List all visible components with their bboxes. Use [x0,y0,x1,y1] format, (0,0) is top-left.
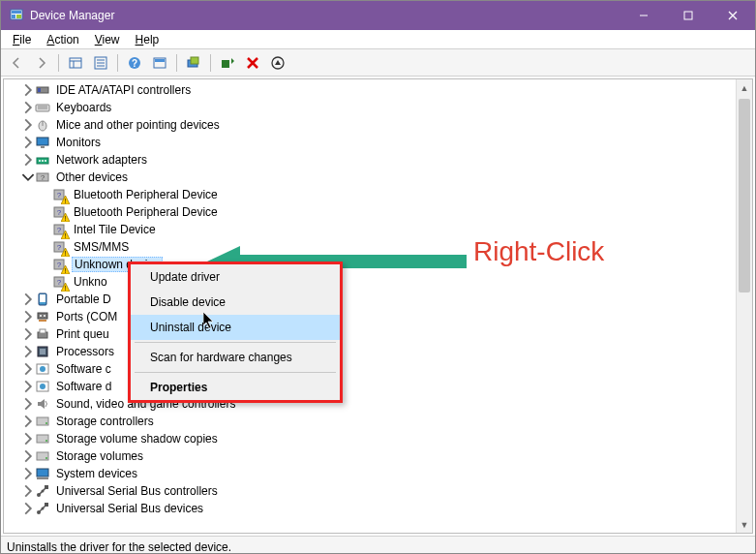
toolbar-sep [176,54,177,72]
scroll-up-icon[interactable]: ▲ [737,79,752,96]
chevron-right-icon[interactable] [21,153,35,167]
unknown-warn-icon: ?! [52,257,68,272]
help-icon[interactable]: ? [123,52,146,74]
tree-node[interactable]: Software d [4,378,736,395]
svg-rect-3 [16,15,21,18]
show-hidden-icon[interactable] [64,52,87,74]
menu-action[interactable]: Action [39,31,86,48]
chevron-right-icon[interactable] [21,136,35,149]
svg-rect-35 [41,146,45,148]
tree-node[interactable]: System devices [4,465,736,482]
ide-icon [35,82,50,98]
chevron-down-icon[interactable] [21,170,35,184]
chevron-right-icon[interactable] [21,101,35,114]
context-menu-item[interactable]: Disable device [131,290,340,315]
tree-node[interactable]: IDE ATA/ATAPI controllers [4,81,736,99]
printer-icon [35,326,50,342]
update-driver-icon[interactable] [216,52,239,74]
tree-node[interactable]: Mice and other pointing devices [4,116,736,134]
tree-node[interactable]: Storage volumes [4,447,736,465]
chevron-right-icon[interactable] [21,83,35,97]
ports-icon [35,309,50,324]
back-icon[interactable] [5,52,28,74]
chevron-right-icon[interactable] [21,432,35,446]
system-icon [35,466,50,481]
tree-node[interactable]: Software c [4,360,736,378]
svg-rect-5 [684,12,692,19]
tree-node[interactable]: Print queu [4,325,736,343]
svg-point-39 [45,160,46,162]
window-title: Device Manager [30,9,621,22]
scan-hardware-icon[interactable] [182,52,205,74]
svg-point-38 [42,160,44,162]
maximize-button[interactable] [666,1,711,30]
tree-node-label: Storage controllers [54,415,156,428]
tree-node-label: Storage volumes [54,449,145,463]
forward-icon[interactable] [30,52,53,74]
properties-icon[interactable] [89,52,112,74]
chevron-right-icon[interactable] [21,467,35,480]
vertical-scrollbar[interactable]: ▲ ▼ [736,79,752,533]
svg-rect-28 [38,88,41,92]
action-icon[interactable] [148,52,171,74]
toolbar: ? [1,49,755,77]
close-button[interactable] [711,1,755,30]
tree-node[interactable]: ?!Bluetooth Peripheral Device [4,186,736,203]
tree-node-label: Universal Serial Bus devices [54,502,205,515]
svg-point-79 [40,384,45,389]
tree-node[interactable]: ?Other devices [4,169,736,186]
tree-node[interactable]: Universal Serial Bus controllers [4,482,736,500]
tree-node-label: Software d [54,380,113,393]
tree-node[interactable]: Monitors [4,134,736,151]
svg-text:?: ? [132,58,137,69]
chevron-right-icon[interactable] [21,380,35,393]
context-menu-item[interactable]: Properties [131,375,340,400]
tree-node[interactable]: ?!SMS/MMS [4,238,736,256]
tree-node[interactable]: Portable D [4,291,736,308]
tree-node-label: Other devices [54,170,130,184]
tree-node[interactable]: ?!Bluetooth Peripheral Device [4,203,736,221]
network-icon [35,152,50,168]
chevron-right-icon[interactable] [21,310,35,323]
toolbar-sep [117,54,118,72]
context-menu-separator [135,342,336,343]
storage-icon [35,431,50,446]
tree-node-label: System devices [54,467,139,480]
usb-icon [35,483,50,499]
chevron-right-icon[interactable] [21,345,35,358]
chevron-right-icon[interactable] [21,484,35,498]
tree-node[interactable]: Storage controllers [4,413,736,430]
tree-node[interactable]: ?!Intel Tile Device [4,221,736,238]
tree-node[interactable]: Keyboards [4,99,736,116]
chevron-right-icon[interactable] [21,397,35,411]
menu-file[interactable]: File [5,31,39,48]
titlebar: Device Manager [1,1,755,30]
chevron-right-icon[interactable] [21,449,35,463]
device-tree[interactable]: IDE ATA/ATAPI controllersKeyboardsMice a… [4,79,736,533]
tree-node[interactable]: Storage volume shadow copies [4,430,736,447]
menu-help[interactable]: Help [128,31,167,48]
uninstall-icon[interactable] [241,52,264,74]
details-icon[interactable] [266,52,289,74]
tree-node[interactable]: ?!Unkno [4,273,736,291]
chevron-right-icon[interactable] [21,292,35,306]
chevron-right-icon[interactable] [21,362,35,376]
context-menu-item[interactable]: Update driver [131,264,340,290]
context-menu-item[interactable]: Uninstall device [131,315,340,340]
tree-node-label: Bluetooth Peripheral Device [72,188,220,201]
tree-node[interactable]: Sound, video and game controllers [4,395,736,413]
minimize-button[interactable] [621,1,666,30]
scrollbar-thumb[interactable] [739,99,750,292]
tree-node[interactable]: ?!Unknown device [4,256,736,273]
scroll-down-icon[interactable]: ▼ [737,516,752,533]
tree-node[interactable]: Ports (COM [4,308,736,325]
chevron-right-icon[interactable] [21,502,35,515]
chevron-right-icon[interactable] [21,327,35,341]
tree-node[interactable]: Universal Serial Bus devices [4,500,736,517]
tree-node[interactable]: Network adapters [4,151,736,169]
chevron-right-icon[interactable] [21,415,35,428]
tree-node[interactable]: Processors [4,343,736,360]
chevron-right-icon[interactable] [21,118,35,132]
context-menu-item[interactable]: Scan for hardware changes [131,345,340,370]
menu-view[interactable]: View [87,31,128,48]
